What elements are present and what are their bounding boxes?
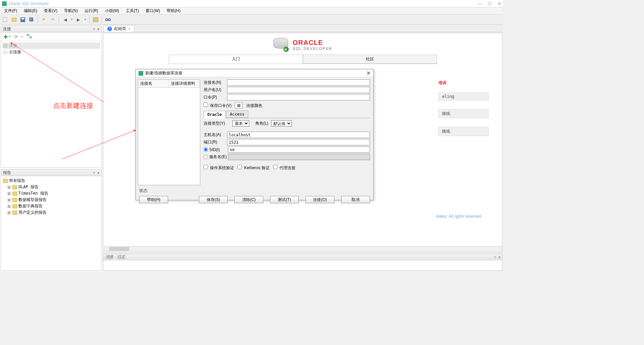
connection-name-input[interactable] <box>227 79 370 86</box>
tree-label: 数据模型器报告 <box>18 197 47 203</box>
messages-panel: 消息 - 日志 ×▾ <box>103 254 502 271</box>
menu-edit[interactable]: 编辑(E) <box>21 7 40 14</box>
save-password-checkbox[interactable]: 保存口令(V) <box>204 102 231 109</box>
sid-input[interactable] <box>228 146 370 153</box>
port-input[interactable] <box>227 139 370 145</box>
tree-timesten-reports[interactable]: ⊞ TimesTen 报告 <box>2 190 100 197</box>
label-sid: SID(I) <box>209 147 228 152</box>
database-icon: ▶ <box>273 38 288 51</box>
save-all-button[interactable] <box>28 16 35 23</box>
tab-community[interactable]: 社区 <box>303 55 437 64</box>
menu-nav[interactable]: 导航(N) <box>61 7 80 14</box>
sid-radio[interactable] <box>204 147 208 152</box>
expand-icon[interactable]: ⊞ <box>7 191 11 196</box>
help-button[interactable]: 帮助(H) <box>139 196 168 203</box>
menu-team[interactable]: 小组(M) <box>102 7 122 14</box>
panel-menu-icon[interactable]: ▾ <box>97 170 99 175</box>
expand-icon[interactable]: ⊞ <box>7 198 11 202</box>
connection-icon <box>3 44 8 48</box>
connection-type-select[interactable]: 基本 <box>232 120 249 127</box>
svg-point-6 <box>106 19 108 21</box>
password-input[interactable] <box>227 94 370 100</box>
tns-icon[interactable] <box>26 34 32 40</box>
sql-button[interactable] <box>92 16 99 23</box>
undo-button[interactable]: ↶ <box>41 16 47 23</box>
training-link-1[interactable]: eling <box>438 92 489 100</box>
tab-access[interactable]: Access <box>226 111 248 118</box>
folder-icon <box>12 192 17 196</box>
save-button[interactable] <box>19 16 26 23</box>
copyright-text: iliates. All rights reserved. <box>436 214 482 219</box>
panel-menu-icon[interactable]: ▾ <box>498 255 500 260</box>
panel-close-icon[interactable]: × <box>494 255 496 260</box>
dialog-close-button[interactable]: ✕ <box>366 70 371 76</box>
filter-icon[interactable]: ▿ <box>21 34 23 39</box>
horizontal-scrollbar[interactable] <box>104 246 501 252</box>
tab-getting-started[interactable]: 入门 <box>169 55 303 64</box>
expand-icon[interactable]: ⊞ <box>7 185 11 190</box>
training-link-3[interactable]: 路线 <box>438 127 489 136</box>
panel-menu-icon[interactable]: ▾ <box>97 27 99 31</box>
label-hostname: 主机名(A) <box>204 132 227 138</box>
tree-modeler-reports[interactable]: ⊞ 数据模型器报告 <box>2 197 100 203</box>
tree-dict-reports[interactable]: ⊞ 数据字典报告 <box>2 203 100 209</box>
os-auth-checkbox[interactable]: 操作系统验证 <box>204 165 234 171</box>
panel-close-icon[interactable]: × <box>93 170 95 175</box>
connection-color-button[interactable]: ⊠ <box>235 102 243 109</box>
expand-icon[interactable]: ⊞ <box>7 204 11 209</box>
window-title-bar: Oracle SQL Developer — ☐ ✕ <box>0 0 503 7</box>
svg-rect-0 <box>3 18 7 22</box>
menu-help[interactable]: 帮助(H) <box>164 7 183 14</box>
app-icon <box>2 1 7 6</box>
connect-button[interactable]: 连接(O) <box>306 196 334 203</box>
new-button[interactable] <box>2 16 9 23</box>
role-select[interactable]: 默认值 <box>271 120 292 127</box>
hostname-input[interactable] <box>227 132 370 138</box>
redo-button[interactable]: ↷ <box>49 16 56 23</box>
save-button[interactable]: 保存(S) <box>199 196 228 203</box>
tab-oracle[interactable]: Oracle <box>204 111 225 118</box>
tab-close-icon[interactable]: × <box>128 26 130 31</box>
menu-tools[interactable]: 工具(T) <box>123 7 142 14</box>
clear-button[interactable]: 清除(C) <box>234 196 263 203</box>
back-button[interactable]: ◀ <box>62 16 68 23</box>
username-input[interactable] <box>227 87 370 93</box>
maximize-button[interactable]: ☐ <box>488 1 492 6</box>
product-text: SQL DEVELOPER <box>293 47 332 51</box>
minimize-button[interactable]: — <box>478 1 482 6</box>
tree-connections-root[interactable]: 连接 <box>2 43 100 49</box>
menu-file[interactable]: 文件(F) <box>1 7 20 14</box>
expand-icon[interactable]: ⊞ <box>7 210 11 215</box>
tree-user-reports[interactable]: ⊞ 用户定义的报告 <box>2 209 100 216</box>
menu-view[interactable]: 查看(V) <box>41 7 60 14</box>
tree-olap-reports[interactable]: ⊞ OLAP 报告 <box>2 184 100 190</box>
new-connection-button[interactable]: ▼ <box>3 34 11 40</box>
menu-run[interactable]: 运行(R) <box>82 7 101 14</box>
open-button[interactable] <box>11 16 17 23</box>
tree-all-reports[interactable]: 所有报告 <box>2 178 100 184</box>
proxy-checkbox[interactable]: 代理连接 <box>273 165 296 171</box>
kerberos-checkbox[interactable]: Kerberos 验证 <box>237 165 269 171</box>
svg-rect-4 <box>29 17 33 21</box>
svg-rect-8 <box>27 34 29 36</box>
label-username: 用户名(U) <box>204 87 227 93</box>
main-toolbar: ↶ ↷ ◀▼ ▶▼ <box>0 15 503 25</box>
help-icon: ? <box>107 26 112 31</box>
close-button[interactable]: ✕ <box>498 1 501 6</box>
test-button[interactable]: 测试(T) <box>270 196 299 203</box>
menu-window[interactable]: 窗口(W) <box>143 7 163 14</box>
reports-panel: 报告 ×▾ 所有报告 ⊞ OLAP 报告 ⊞ TimesTen 报告 <box>1 169 102 271</box>
find-button[interactable] <box>105 16 111 23</box>
tab-start-page[interactable]: ? 起始页 × <box>104 25 134 32</box>
refresh-icon[interactable]: ⟳ <box>14 34 18 39</box>
panel-close-icon[interactable]: × <box>93 27 95 31</box>
annotation-text: 点击新建连接 <box>53 101 93 110</box>
cancel-button[interactable]: 取消 <box>341 196 370 203</box>
forward-button[interactable]: ▶ <box>75 16 82 23</box>
connections-toolbar: ▼ ⟳ ▿ <box>1 32 101 41</box>
connection-list[interactable]: 连接名 连接详细资料 <box>138 79 200 185</box>
svg-rect-9 <box>30 37 32 38</box>
training-link-2[interactable]: 路线 <box>438 109 489 118</box>
service-name-radio[interactable] <box>204 155 208 159</box>
tree-cloud-connections[interactable]: 云连接 <box>2 49 100 55</box>
